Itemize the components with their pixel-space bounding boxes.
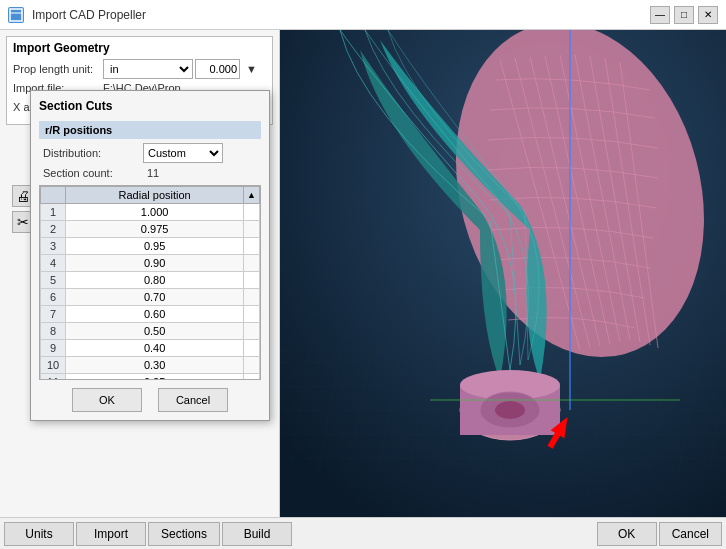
tab-sections[interactable]: Sections	[148, 522, 220, 546]
section-count-value: 11	[147, 167, 159, 179]
right-panel-3d-view[interactable]	[280, 30, 726, 517]
table-row[interactable]: 20.975	[41, 221, 260, 238]
main-container: Import Geometry Prop length unit: in mm …	[0, 30, 726, 517]
3d-canvas	[280, 30, 726, 517]
row-number: 4	[41, 255, 66, 272]
tab-import[interactable]: Import	[76, 522, 146, 546]
prop-length-row: Prop length unit: in mm m ft ▼	[13, 59, 266, 79]
section-count-label: Section count:	[43, 167, 143, 179]
radial-value[interactable]: 0.80	[66, 272, 244, 289]
scroll-cell	[244, 357, 260, 374]
scroll-cell	[244, 238, 260, 255]
svg-point-18	[495, 401, 525, 419]
distribution-row: Distribution: Custom Uniform Cosine	[39, 143, 261, 163]
close-button[interactable]: ✕	[698, 6, 718, 24]
import-geometry-title: Import Geometry	[13, 41, 266, 55]
scroll-cell	[244, 272, 260, 289]
modal-cancel-button[interactable]: Cancel	[158, 388, 228, 412]
radial-value[interactable]: 0.25	[66, 374, 244, 381]
distribution-select[interactable]: Custom Uniform Cosine	[143, 143, 223, 163]
radial-value[interactable]: 0.95	[66, 238, 244, 255]
scroll-cell	[244, 221, 260, 238]
prop-length-arrow[interactable]: ▼	[246, 63, 257, 75]
radial-value[interactable]: 0.60	[66, 306, 244, 323]
tab-build[interactable]: Build	[222, 522, 292, 546]
app-icon	[8, 7, 24, 23]
tab-units[interactable]: Units	[4, 522, 74, 546]
table-row[interactable]: 100.30	[41, 357, 260, 374]
radial-value[interactable]: 1.000	[66, 204, 244, 221]
row-num-header	[41, 187, 66, 204]
table-row[interactable]: 90.40	[41, 340, 260, 357]
modal-title: Section Cuts	[39, 99, 261, 113]
scroll-cell	[244, 323, 260, 340]
window-controls[interactable]: — □ ✕	[650, 6, 718, 24]
radial-position-table-container: Radial position ▲ 11.00020.97530.9540.90…	[39, 185, 261, 380]
scroll-cell	[244, 204, 260, 221]
row-number: 5	[41, 272, 66, 289]
radial-value[interactable]: 0.50	[66, 323, 244, 340]
prop-length-input-wrap: in mm m ft ▼	[103, 59, 257, 79]
row-number: 9	[41, 340, 66, 357]
section-cuts-modal: Section Cuts r/R positions Distribution:…	[30, 90, 270, 421]
rr-section-title: r/R positions	[39, 121, 261, 139]
radial-value[interactable]: 0.90	[66, 255, 244, 272]
table-row[interactable]: 80.50	[41, 323, 260, 340]
radial-position-header: Radial position	[66, 187, 244, 204]
scroll-col: ▲	[244, 187, 260, 204]
row-number: 10	[41, 357, 66, 374]
bottom-bar: Units Import Sections Build OK Cancel	[0, 517, 726, 549]
table-row[interactable]: 11.000	[41, 204, 260, 221]
modal-ok-button[interactable]: OK	[72, 388, 142, 412]
maximize-button[interactable]: □	[674, 6, 694, 24]
radial-value[interactable]: 0.40	[66, 340, 244, 357]
left-panel: Import Geometry Prop length unit: in mm …	[0, 30, 280, 517]
radial-value[interactable]: 0.975	[66, 221, 244, 238]
prop-length-value-input[interactable]	[195, 59, 240, 79]
scroll-cell	[244, 289, 260, 306]
table-row[interactable]: 50.80	[41, 272, 260, 289]
row-number: 1	[41, 204, 66, 221]
window-title: Import CAD Propeller	[32, 8, 642, 22]
radial-position-table: Radial position ▲ 11.00020.97530.9540.90…	[40, 186, 260, 380]
svg-rect-0	[10, 9, 22, 21]
table-row[interactable]: 60.70	[41, 289, 260, 306]
table-row[interactable]: 70.60	[41, 306, 260, 323]
table-row[interactable]: 30.95	[41, 238, 260, 255]
radial-value[interactable]: 0.30	[66, 357, 244, 374]
minimize-button[interactable]: —	[650, 6, 670, 24]
title-bar: Import CAD Propeller — □ ✕	[0, 0, 726, 30]
row-number: 7	[41, 306, 66, 323]
row-number: 8	[41, 323, 66, 340]
scroll-cell	[244, 255, 260, 272]
table-row[interactable]: 40.90	[41, 255, 260, 272]
cancel-action-button[interactable]: Cancel	[659, 522, 722, 546]
ok-action-button[interactable]: OK	[597, 522, 657, 546]
distribution-label: Distribution:	[43, 147, 143, 159]
modal-buttons: OK Cancel	[39, 388, 261, 412]
scroll-cell	[244, 306, 260, 323]
radial-value[interactable]: 0.70	[66, 289, 244, 306]
table-row[interactable]: 110.25	[41, 374, 260, 381]
row-number: 3	[41, 238, 66, 255]
section-count-row: Section count: 11	[39, 167, 261, 179]
row-number: 6	[41, 289, 66, 306]
prop-length-label: Prop length unit:	[13, 63, 103, 75]
table-scroll-up[interactable]: ▲	[244, 190, 259, 200]
scroll-cell	[244, 374, 260, 381]
scroll-cell	[244, 340, 260, 357]
prop-length-unit-select[interactable]: in mm m ft	[103, 59, 193, 79]
row-number: 11	[41, 374, 66, 381]
row-number: 2	[41, 221, 66, 238]
